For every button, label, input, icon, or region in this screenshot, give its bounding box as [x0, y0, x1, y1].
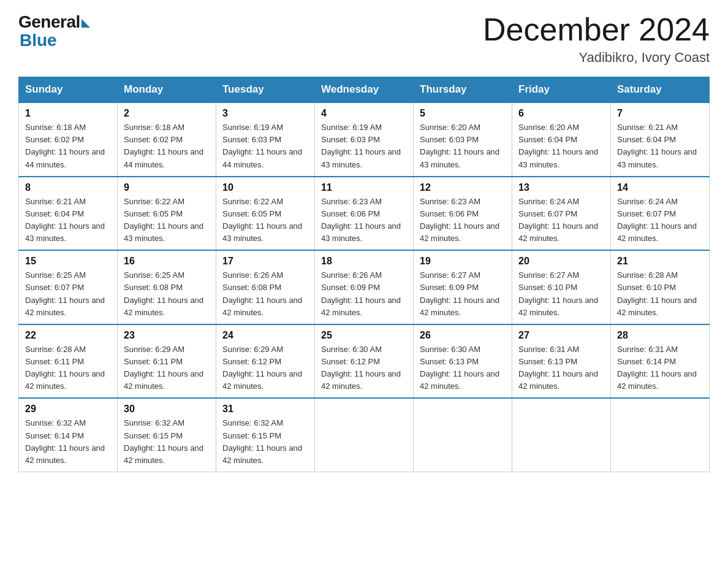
calendar-cell: 31Sunrise: 6:32 AMSunset: 6:15 PMDayligh…	[216, 398, 315, 472]
day-number: 1	[25, 108, 111, 119]
day-info: Sunrise: 6:20 AMSunset: 6:04 PMDaylight:…	[518, 121, 604, 171]
day-info: Sunrise: 6:32 AMSunset: 6:15 PMDaylight:…	[222, 417, 308, 467]
day-info: Sunrise: 6:29 AMSunset: 6:11 PMDaylight:…	[124, 343, 210, 393]
day-number: 3	[222, 108, 308, 119]
month-title: December 2024	[483, 12, 710, 47]
calendar-cell: 24Sunrise: 6:29 AMSunset: 6:12 PMDayligh…	[216, 324, 315, 399]
day-info: Sunrise: 6:27 AMSunset: 6:10 PMDaylight:…	[518, 269, 604, 319]
day-number: 5	[420, 108, 506, 119]
day-number: 16	[124, 256, 210, 267]
calendar-cell: 20Sunrise: 6:27 AMSunset: 6:10 PMDayligh…	[512, 250, 611, 324]
day-info: Sunrise: 6:22 AMSunset: 6:05 PMDaylight:…	[222, 196, 308, 245]
day-number: 31	[222, 404, 308, 415]
day-info: Sunrise: 6:19 AMSunset: 6:03 PMDaylight:…	[321, 121, 407, 171]
calendar-cell: 23Sunrise: 6:29 AMSunset: 6:11 PMDayligh…	[118, 324, 216, 399]
page-header: General Blue December 2024 Yadibikro, Iv…	[18, 12, 710, 66]
calendar-week-row-5: 29Sunrise: 6:32 AMSunset: 6:14 PMDayligh…	[19, 398, 710, 472]
day-number: 22	[25, 330, 111, 341]
day-number: 24	[222, 330, 308, 341]
day-number: 29	[25, 404, 111, 415]
day-number: 11	[321, 182, 407, 193]
logo-blue-text: Blue	[18, 31, 57, 50]
day-number: 8	[25, 182, 111, 193]
day-number: 9	[124, 182, 210, 193]
calendar-cell: 26Sunrise: 6:30 AMSunset: 6:13 PMDayligh…	[414, 324, 512, 399]
day-number: 21	[617, 256, 703, 267]
calendar-cell: 27Sunrise: 6:31 AMSunset: 6:13 PMDayligh…	[512, 324, 611, 399]
calendar-cell	[512, 398, 611, 472]
day-info: Sunrise: 6:28 AMSunset: 6:10 PMDaylight:…	[617, 269, 703, 319]
logo-general-text: General	[18, 12, 80, 32]
day-info: Sunrise: 6:18 AMSunset: 6:02 PMDaylight:…	[124, 121, 210, 171]
calendar-cell: 18Sunrise: 6:26 AMSunset: 6:09 PMDayligh…	[315, 250, 414, 324]
calendar-cell: 21Sunrise: 6:28 AMSunset: 6:10 PMDayligh…	[611, 250, 710, 324]
day-info: Sunrise: 6:23 AMSunset: 6:06 PMDaylight:…	[321, 196, 407, 245]
location-text: Yadibikro, Ivory Coast	[483, 50, 710, 66]
day-info: Sunrise: 6:29 AMSunset: 6:12 PMDaylight:…	[222, 343, 308, 393]
day-number: 4	[321, 108, 407, 119]
calendar-cell: 5Sunrise: 6:20 AMSunset: 6:03 PMDaylight…	[414, 102, 512, 177]
day-number: 17	[222, 256, 308, 267]
day-number: 13	[518, 182, 604, 193]
calendar-header-row: SundayMondayTuesdayWednesdayThursdayFrid…	[19, 77, 710, 103]
day-info: Sunrise: 6:30 AMSunset: 6:13 PMDaylight:…	[420, 343, 506, 393]
calendar-week-row-4: 22Sunrise: 6:28 AMSunset: 6:11 PMDayligh…	[19, 324, 710, 399]
calendar-cell: 8Sunrise: 6:21 AMSunset: 6:04 PMDaylight…	[19, 177, 118, 251]
day-info: Sunrise: 6:26 AMSunset: 6:08 PMDaylight:…	[222, 269, 308, 319]
calendar-table: SundayMondayTuesdayWednesdayThursdayFrid…	[18, 77, 710, 472]
calendar-week-row-3: 15Sunrise: 6:25 AMSunset: 6:07 PMDayligh…	[19, 250, 710, 324]
day-info: Sunrise: 6:25 AMSunset: 6:08 PMDaylight:…	[124, 269, 210, 319]
day-info: Sunrise: 6:31 AMSunset: 6:14 PMDaylight:…	[617, 343, 703, 393]
day-info: Sunrise: 6:23 AMSunset: 6:06 PMDaylight:…	[420, 196, 506, 245]
calendar-header-tuesday: Tuesday	[216, 77, 315, 103]
day-info: Sunrise: 6:28 AMSunset: 6:11 PMDaylight:…	[25, 343, 111, 393]
calendar-cell: 14Sunrise: 6:24 AMSunset: 6:07 PMDayligh…	[611, 177, 710, 251]
calendar-cell: 13Sunrise: 6:24 AMSunset: 6:07 PMDayligh…	[512, 177, 611, 251]
day-info: Sunrise: 6:21 AMSunset: 6:04 PMDaylight:…	[617, 121, 703, 171]
calendar-header-saturday: Saturday	[611, 77, 710, 103]
calendar-cell: 17Sunrise: 6:26 AMSunset: 6:08 PMDayligh…	[216, 250, 315, 324]
day-info: Sunrise: 6:21 AMSunset: 6:04 PMDaylight:…	[25, 196, 111, 245]
day-number: 18	[321, 256, 407, 267]
day-info: Sunrise: 6:18 AMSunset: 6:02 PMDaylight:…	[25, 121, 111, 171]
logo: General Blue	[18, 12, 90, 50]
calendar-header-sunday: Sunday	[19, 77, 118, 103]
day-number: 20	[518, 256, 604, 267]
day-number: 19	[420, 256, 506, 267]
calendar-cell: 19Sunrise: 6:27 AMSunset: 6:09 PMDayligh…	[414, 250, 512, 324]
calendar-cell: 16Sunrise: 6:25 AMSunset: 6:08 PMDayligh…	[118, 250, 216, 324]
day-info: Sunrise: 6:32 AMSunset: 6:14 PMDaylight:…	[25, 417, 111, 467]
day-info: Sunrise: 6:30 AMSunset: 6:12 PMDaylight:…	[321, 343, 407, 393]
day-number: 7	[617, 108, 703, 119]
day-info: Sunrise: 6:26 AMSunset: 6:09 PMDaylight:…	[321, 269, 407, 319]
day-info: Sunrise: 6:20 AMSunset: 6:03 PMDaylight:…	[420, 121, 506, 171]
day-info: Sunrise: 6:32 AMSunset: 6:15 PMDaylight:…	[124, 417, 210, 467]
day-number: 30	[124, 404, 210, 415]
day-number: 25	[321, 330, 407, 341]
day-info: Sunrise: 6:19 AMSunset: 6:03 PMDaylight:…	[222, 121, 308, 171]
day-number: 26	[420, 330, 506, 341]
calendar-header-friday: Friday	[512, 77, 611, 103]
calendar-header-thursday: Thursday	[414, 77, 512, 103]
calendar-cell	[414, 398, 512, 472]
calendar-cell: 30Sunrise: 6:32 AMSunset: 6:15 PMDayligh…	[118, 398, 216, 472]
day-number: 6	[518, 108, 604, 119]
day-number: 28	[617, 330, 703, 341]
day-info: Sunrise: 6:24 AMSunset: 6:07 PMDaylight:…	[518, 196, 604, 245]
calendar-cell	[315, 398, 414, 472]
day-number: 14	[617, 182, 703, 193]
calendar-cell: 12Sunrise: 6:23 AMSunset: 6:06 PMDayligh…	[414, 177, 512, 251]
calendar-header-monday: Monday	[118, 77, 216, 103]
calendar-cell: 10Sunrise: 6:22 AMSunset: 6:05 PMDayligh…	[216, 177, 315, 251]
day-number: 12	[420, 182, 506, 193]
calendar-cell: 25Sunrise: 6:30 AMSunset: 6:12 PMDayligh…	[315, 324, 414, 399]
calendar-cell: 22Sunrise: 6:28 AMSunset: 6:11 PMDayligh…	[19, 324, 118, 399]
calendar-cell: 28Sunrise: 6:31 AMSunset: 6:14 PMDayligh…	[611, 324, 710, 399]
calendar-week-row-2: 8Sunrise: 6:21 AMSunset: 6:04 PMDaylight…	[19, 177, 710, 251]
day-info: Sunrise: 6:27 AMSunset: 6:09 PMDaylight:…	[420, 269, 506, 319]
calendar-cell: 6Sunrise: 6:20 AMSunset: 6:04 PMDaylight…	[512, 102, 611, 177]
calendar-cell: 1Sunrise: 6:18 AMSunset: 6:02 PMDaylight…	[19, 102, 118, 177]
day-number: 15	[25, 256, 111, 267]
calendar-header-wednesday: Wednesday	[315, 77, 414, 103]
day-info: Sunrise: 6:24 AMSunset: 6:07 PMDaylight:…	[617, 196, 703, 245]
